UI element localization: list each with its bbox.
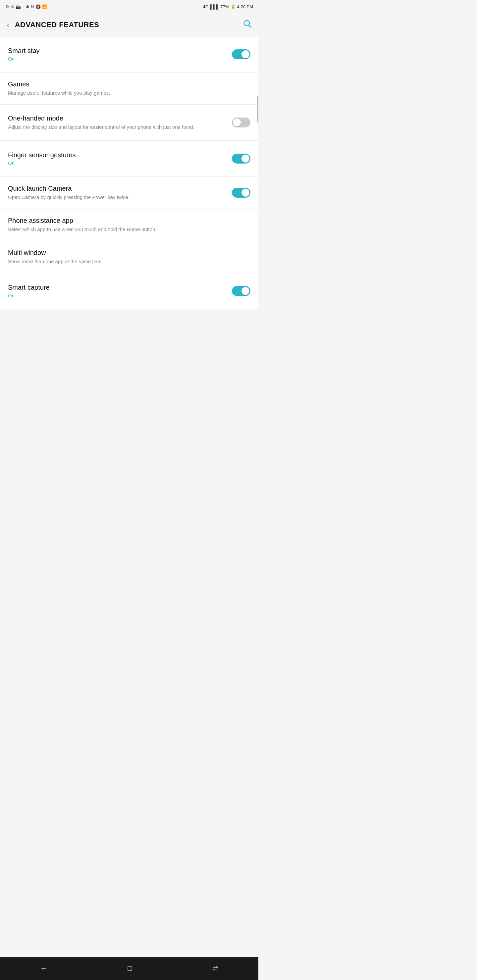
bluetooth-icon: ✱	[26, 4, 29, 9]
settings-item-multi-window[interactable]: Multi window Show more than one app at t…	[0, 241, 258, 273]
settings-item-phone-assistance-app[interactable]: Phone assistance app Select which app to…	[0, 209, 258, 241]
settings-item-title-phone-assistance-app: Phone assistance app	[8, 217, 245, 224]
battery-percent: 77%	[221, 4, 229, 9]
settings-item-subtitle-games: Manage useful features while you play ga…	[8, 89, 245, 96]
settings-item-content-one-handed-mode: One-handed mode Adjust the display size …	[8, 115, 218, 130]
toggle-thumb-quick-launch-camera	[241, 189, 249, 197]
settings-item-title-multi-window: Multi window	[8, 249, 245, 256]
clock: 4:20 PM	[237, 4, 253, 9]
divider-smart-stay	[225, 45, 225, 64]
toggle-smart-stay[interactable]	[232, 49, 250, 59]
toggle-smart-capture[interactable]	[232, 286, 250, 296]
network-type: 4G	[203, 4, 209, 9]
toggle-wrap-finger-sensor-gestures[interactable]	[232, 154, 250, 164]
settings-item-status-finger-sensor-gestures: On	[8, 160, 213, 166]
app-icon-1: ⚙	[5, 4, 9, 9]
settings-item-content-quick-launch-camera: Quick launch Camera Open Camera by quick…	[8, 185, 232, 200]
header: ‹ ADVANCED FEATURES	[0, 13, 258, 37]
settings-item-content-smart-stay: Smart stay On	[8, 47, 218, 62]
svg-line-1	[249, 25, 251, 27]
settings-item-title-quick-launch-camera: Quick launch Camera	[8, 185, 227, 192]
settings-item-subtitle-quick-launch-camera: Open Camera by quickly pressing the Powe…	[8, 194, 227, 200]
toggle-wrap-one-handed-mode[interactable]	[232, 118, 250, 127]
toggle-quick-launch-camera[interactable]	[232, 188, 250, 198]
battery-icon: 🔋	[231, 4, 236, 9]
settings-item-subtitle-multi-window: Show more than one app at the same time.	[8, 258, 245, 265]
settings-item-smart-capture[interactable]: Smart capture On	[0, 273, 258, 309]
status-icons-right: 4G ▌▌▌ 77% 🔋 4:20 PM	[203, 4, 253, 9]
toggle-wrap-quick-launch-camera[interactable]	[232, 188, 250, 198]
settings-item-title-smart-stay: Smart stay	[8, 47, 213, 55]
settings-item-games[interactable]: Games Manage useful features while you p…	[0, 73, 258, 105]
settings-item-title-games: Games	[8, 80, 245, 88]
search-button[interactable]	[242, 19, 252, 30]
signal-strength: ▌▌▌	[210, 4, 219, 9]
settings-item-subtitle-phone-assistance-app: Select which app to use when you touch a…	[8, 226, 245, 233]
toggle-wrap-smart-stay[interactable]	[232, 49, 250, 59]
back-button[interactable]: ‹	[6, 21, 10, 29]
status-bar: ⚙ ✉ 📷 ·· ✱ N 🔇 📶 4G ▌▌▌ 77% 🔋 4:20 PM	[0, 0, 258, 13]
settings-item-content-multi-window: Multi window Show more than one app at t…	[8, 249, 250, 265]
settings-item-content-games: Games Manage useful features while you p…	[8, 80, 250, 96]
settings-item-one-handed-mode[interactable]: One-handed mode Adjust the display size …	[0, 105, 258, 141]
settings-item-title-finger-sensor-gestures: Finger sensor gestures	[8, 151, 213, 159]
toggle-finger-sensor-gestures[interactable]	[232, 154, 250, 164]
mute-icon: 🔇	[35, 4, 41, 9]
toggle-thumb-smart-stay	[241, 50, 249, 58]
nfc-icon: N	[31, 4, 34, 9]
settings-item-status-smart-capture: On	[8, 293, 213, 298]
settings-item-status-smart-stay: On	[8, 56, 213, 62]
toggle-thumb-finger-sensor-gestures	[241, 154, 249, 162]
scroll-indicator	[257, 96, 258, 123]
status-icons-left: ⚙ ✉ 📷 ·· ✱ N 🔇 📶	[5, 4, 47, 9]
settings-item-content-finger-sensor-gestures: Finger sensor gestures On	[8, 151, 218, 166]
toggle-thumb-smart-capture	[241, 287, 249, 295]
divider-finger-sensor-gestures	[225, 149, 225, 169]
settings-item-smart-stay[interactable]: Smart stay On	[0, 37, 258, 73]
toggle-wrap-smart-capture[interactable]	[232, 286, 250, 296]
settings-item-title-smart-capture: Smart capture	[8, 284, 213, 291]
app-icon-3: 📷	[16, 4, 21, 9]
toggle-thumb-one-handed-mode	[233, 119, 241, 126]
settings-item-quick-launch-camera[interactable]: Quick launch Camera Open Camera by quick…	[0, 177, 258, 209]
page-title: ADVANCED FEATURES	[15, 21, 242, 29]
settings-item-subtitle-one-handed-mode: Adjust the display size and layout for e…	[8, 124, 213, 130]
divider-smart-capture	[225, 281, 225, 301]
divider-one-handed-mode	[225, 113, 225, 132]
wifi-icon: 📶	[42, 4, 47, 9]
settings-item-title-one-handed-mode: One-handed mode	[8, 115, 213, 122]
toggle-one-handed-mode[interactable]	[232, 118, 250, 127]
app-icon-2: ✉	[11, 4, 14, 9]
settings-item-content-phone-assistance-app: Phone assistance app Select which app to…	[8, 217, 250, 233]
settings-item-finger-sensor-gestures[interactable]: Finger sensor gestures On	[0, 141, 258, 177]
settings-item-content-smart-capture: Smart capture On	[8, 284, 218, 298]
settings-list: Smart stay On Games Manage useful featur…	[0, 37, 258, 309]
app-icon-4: ··	[22, 4, 24, 9]
